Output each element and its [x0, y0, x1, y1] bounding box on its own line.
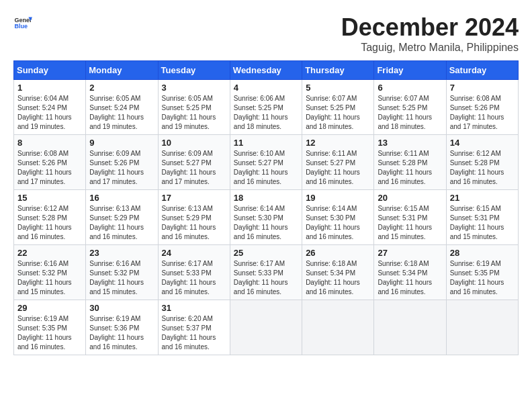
calendar-cell — [230, 300, 302, 355]
day-number: 20 — [378, 193, 442, 203]
calendar-cell: 1 Sunrise: 6:04 AM Sunset: 5:24 PM Dayli… — [14, 80, 86, 135]
day-info: Sunrise: 6:17 AM Sunset: 5:33 PM Dayligh… — [234, 259, 298, 297]
day-info: Sunrise: 6:14 AM Sunset: 5:30 PM Dayligh… — [306, 204, 370, 242]
day-number: 8 — [17, 138, 82, 148]
day-info: Sunrise: 6:13 AM Sunset: 5:29 PM Dayligh… — [162, 204, 226, 242]
calendar-cell: 29 Sunrise: 6:19 AM Sunset: 5:35 PM Dayl… — [14, 300, 86, 355]
day-info: Sunrise: 6:15 AM Sunset: 5:31 PM Dayligh… — [378, 204, 442, 242]
calendar-cell: 30 Sunrise: 6:19 AM Sunset: 5:36 PM Dayl… — [86, 300, 158, 355]
day-info: Sunrise: 6:07 AM Sunset: 5:25 PM Dayligh… — [306, 94, 370, 132]
calendar-cell — [374, 300, 446, 355]
col-thursday: Thursday — [302, 61, 374, 80]
day-info: Sunrise: 6:09 AM Sunset: 5:26 PM Dayligh… — [89, 149, 154, 187]
calendar-cell: 11 Sunrise: 6:10 AM Sunset: 5:27 PM Dayl… — [230, 135, 302, 190]
calendar-cell: 26 Sunrise: 6:18 AM Sunset: 5:34 PM Dayl… — [302, 245, 374, 300]
day-number: 5 — [306, 83, 370, 93]
col-wednesday: Wednesday — [230, 61, 302, 80]
month-title: December 2024 — [341, 13, 519, 42]
day-info: Sunrise: 6:18 AM Sunset: 5:34 PM Dayligh… — [306, 259, 370, 297]
day-number: 28 — [450, 248, 515, 258]
calendar-cell: 24 Sunrise: 6:17 AM Sunset: 5:33 PM Dayl… — [158, 245, 230, 300]
calendar-cell: 5 Sunrise: 6:07 AM Sunset: 5:25 PM Dayli… — [302, 80, 374, 135]
calendar-week-row: 8 Sunrise: 6:08 AM Sunset: 5:26 PM Dayli… — [14, 135, 519, 190]
generalblue-logo-icon: General Blue — [13, 13, 32, 32]
calendar-cell: 23 Sunrise: 6:16 AM Sunset: 5:32 PM Dayl… — [86, 245, 158, 300]
calendar-week-row: 15 Sunrise: 6:12 AM Sunset: 5:28 PM Dayl… — [14, 190, 519, 245]
day-info: Sunrise: 6:05 AM Sunset: 5:24 PM Dayligh… — [89, 94, 154, 132]
logo: General Blue — [13, 13, 32, 32]
calendar-cell: 27 Sunrise: 6:18 AM Sunset: 5:34 PM Dayl… — [374, 245, 446, 300]
day-number: 10 — [162, 138, 226, 148]
title-section: December 2024 Taguig, Metro Manila, Phil… — [341, 13, 519, 54]
day-number: 7 — [450, 83, 515, 93]
calendar-cell: 10 Sunrise: 6:09 AM Sunset: 5:27 PM Dayl… — [158, 135, 230, 190]
day-number: 25 — [234, 248, 298, 258]
day-info: Sunrise: 6:16 AM Sunset: 5:32 PM Dayligh… — [17, 259, 82, 297]
calendar-cell: 22 Sunrise: 6:16 AM Sunset: 5:32 PM Dayl… — [14, 245, 86, 300]
location-title: Taguig, Metro Manila, Philippines — [341, 42, 519, 54]
day-info: Sunrise: 6:20 AM Sunset: 5:37 PM Dayligh… — [162, 314, 226, 352]
calendar-cell: 20 Sunrise: 6:15 AM Sunset: 5:31 PM Dayl… — [374, 190, 446, 245]
page-header: General Blue December 2024 Taguig, Metro… — [13, 13, 519, 54]
day-number: 23 — [89, 248, 154, 258]
calendar-cell: 2 Sunrise: 6:05 AM Sunset: 5:24 PM Dayli… — [86, 80, 158, 135]
day-number: 3 — [162, 83, 226, 93]
day-number: 16 — [89, 193, 154, 203]
day-info: Sunrise: 6:11 AM Sunset: 5:27 PM Dayligh… — [306, 149, 370, 187]
calendar-week-row: 29 Sunrise: 6:19 AM Sunset: 5:35 PM Dayl… — [14, 300, 519, 355]
calendar-cell: 21 Sunrise: 6:15 AM Sunset: 5:31 PM Dayl… — [446, 190, 518, 245]
day-number: 29 — [17, 303, 82, 313]
day-info: Sunrise: 6:04 AM Sunset: 5:24 PM Dayligh… — [17, 94, 82, 132]
col-saturday: Saturday — [446, 61, 518, 80]
day-number: 2 — [89, 83, 154, 93]
calendar-cell — [302, 300, 374, 355]
day-number: 24 — [162, 248, 226, 258]
day-number: 11 — [234, 138, 298, 148]
day-number: 31 — [162, 303, 226, 313]
day-number: 26 — [306, 248, 370, 258]
day-number: 27 — [378, 248, 442, 258]
day-number: 13 — [378, 138, 442, 148]
col-monday: Monday — [86, 61, 158, 80]
day-info: Sunrise: 6:16 AM Sunset: 5:32 PM Dayligh… — [89, 259, 154, 297]
calendar-week-row: 22 Sunrise: 6:16 AM Sunset: 5:32 PM Dayl… — [14, 245, 519, 300]
col-sunday: Sunday — [14, 61, 86, 80]
day-info: Sunrise: 6:10 AM Sunset: 5:27 PM Dayligh… — [234, 149, 298, 187]
day-number: 22 — [17, 248, 82, 258]
day-number: 15 — [17, 193, 82, 203]
calendar-cell: 6 Sunrise: 6:07 AM Sunset: 5:25 PM Dayli… — [374, 80, 446, 135]
calendar-cell: 31 Sunrise: 6:20 AM Sunset: 5:37 PM Dayl… — [158, 300, 230, 355]
calendar-cell: 19 Sunrise: 6:14 AM Sunset: 5:30 PM Dayl… — [302, 190, 374, 245]
calendar-cell: 3 Sunrise: 6:05 AM Sunset: 5:25 PM Dayli… — [158, 80, 230, 135]
col-tuesday: Tuesday — [158, 61, 230, 80]
day-info: Sunrise: 6:19 AM Sunset: 5:35 PM Dayligh… — [450, 259, 515, 297]
day-info: Sunrise: 6:15 AM Sunset: 5:31 PM Dayligh… — [450, 204, 515, 242]
calendar-cell: 8 Sunrise: 6:08 AM Sunset: 5:26 PM Dayli… — [14, 135, 86, 190]
day-number: 18 — [234, 193, 298, 203]
calendar-cell: 4 Sunrise: 6:06 AM Sunset: 5:25 PM Dayli… — [230, 80, 302, 135]
day-info: Sunrise: 6:08 AM Sunset: 5:26 PM Dayligh… — [450, 94, 515, 132]
day-number: 4 — [234, 83, 298, 93]
day-info: Sunrise: 6:08 AM Sunset: 5:26 PM Dayligh… — [17, 149, 82, 187]
col-friday: Friday — [374, 61, 446, 80]
calendar-cell: 13 Sunrise: 6:11 AM Sunset: 5:28 PM Dayl… — [374, 135, 446, 190]
day-info: Sunrise: 6:13 AM Sunset: 5:29 PM Dayligh… — [89, 204, 154, 242]
day-info: Sunrise: 6:09 AM Sunset: 5:27 PM Dayligh… — [162, 149, 226, 187]
calendar-cell: 18 Sunrise: 6:14 AM Sunset: 5:30 PM Dayl… — [230, 190, 302, 245]
calendar-header-row: Sunday Monday Tuesday Wednesday Thursday… — [14, 61, 519, 80]
day-number: 1 — [17, 83, 82, 93]
day-number: 9 — [89, 138, 154, 148]
day-number: 19 — [306, 193, 370, 203]
calendar-cell: 25 Sunrise: 6:17 AM Sunset: 5:33 PM Dayl… — [230, 245, 302, 300]
day-number: 14 — [450, 138, 515, 148]
day-number: 30 — [89, 303, 154, 313]
day-number: 12 — [306, 138, 370, 148]
calendar-cell: 9 Sunrise: 6:09 AM Sunset: 5:26 PM Dayli… — [86, 135, 158, 190]
day-info: Sunrise: 6:12 AM Sunset: 5:28 PM Dayligh… — [17, 204, 82, 242]
day-info: Sunrise: 6:07 AM Sunset: 5:25 PM Dayligh… — [378, 94, 442, 132]
day-info: Sunrise: 6:05 AM Sunset: 5:25 PM Dayligh… — [162, 94, 226, 132]
day-info: Sunrise: 6:17 AM Sunset: 5:33 PM Dayligh… — [162, 259, 226, 297]
day-info: Sunrise: 6:19 AM Sunset: 5:36 PM Dayligh… — [89, 314, 154, 352]
calendar-cell: 7 Sunrise: 6:08 AM Sunset: 5:26 PM Dayli… — [446, 80, 518, 135]
day-info: Sunrise: 6:19 AM Sunset: 5:35 PM Dayligh… — [17, 314, 82, 352]
